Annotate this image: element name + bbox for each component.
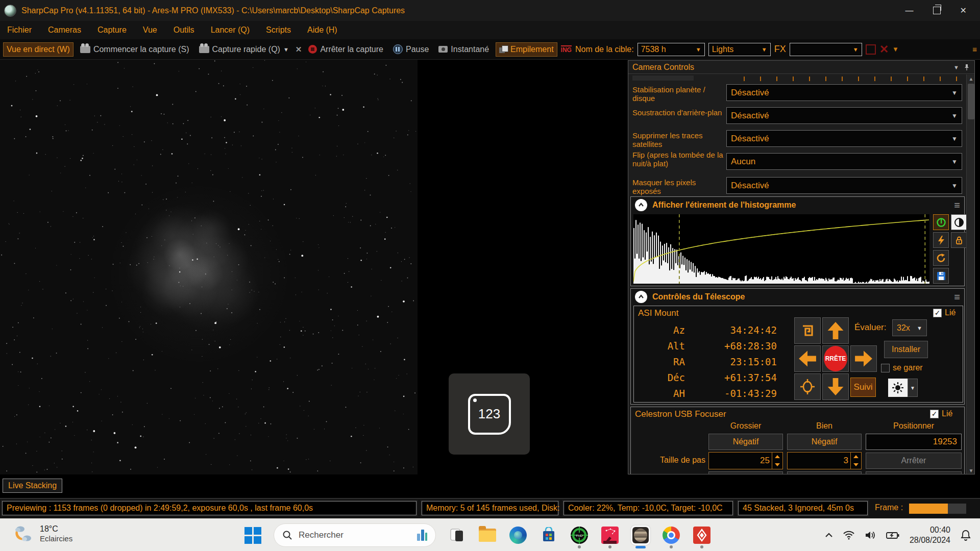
slew-right-button[interactable] xyxy=(850,345,877,372)
stacking-button[interactable]: Empilement xyxy=(496,42,557,57)
park-checkbox[interactable]: se garer xyxy=(881,363,923,372)
volume-icon[interactable] xyxy=(865,531,876,540)
panel-scrollbar[interactable]: ▲ ▼ xyxy=(966,74,975,474)
clock-time: 00:40 xyxy=(910,525,950,535)
fx-select[interactable]: ▼ xyxy=(790,43,862,56)
ctl-select-stabilisation[interactable]: Désactivé▼ xyxy=(726,84,962,101)
menu-icon[interactable]: ≡ xyxy=(954,293,960,300)
task-view-button[interactable] xyxy=(447,525,467,545)
stop-capture-button[interactable]: Arrêter la capture xyxy=(305,43,386,56)
restore-button[interactable] xyxy=(933,7,941,14)
pause-button[interactable]: Pause xyxy=(390,42,432,56)
menu-vue[interactable]: Vue xyxy=(143,26,157,35)
asistudio-button[interactable] xyxy=(692,525,712,545)
fine-negative-button[interactable]: Négatif xyxy=(787,434,862,450)
start-button[interactable] xyxy=(243,525,262,545)
quick-capture-button[interactable]: Capture rapide (Q) ▼ xyxy=(196,43,292,56)
park-label: se garer xyxy=(893,363,923,372)
coarse-positive-button[interactable]: Positif xyxy=(708,471,783,474)
histogram-enable-button[interactable] xyxy=(933,214,949,230)
selection-area-icon[interactable] xyxy=(866,44,876,55)
start-capture-button[interactable]: Commencer la capture (S) xyxy=(77,43,192,56)
pin-icon[interactable] xyxy=(963,64,970,71)
live-stacking-tab[interactable]: Live Stacking xyxy=(3,479,62,493)
wifi-icon[interactable] xyxy=(843,531,854,540)
ctl-select-satellites[interactable]: Désactivé▼ xyxy=(726,130,962,147)
histogram-auto-stretch-button[interactable] xyxy=(933,232,949,248)
edge-button[interactable] xyxy=(508,525,528,545)
panel-header[interactable]: Camera Controls ▼ xyxy=(628,61,974,74)
notification-bell-icon[interactable] xyxy=(961,530,971,541)
chrome-button[interactable] xyxy=(662,525,681,545)
ctl-select-pixels[interactable]: Désactivé▼ xyxy=(726,177,962,194)
collapse-icon[interactable] xyxy=(635,199,647,211)
scroll-thumb[interactable] xyxy=(968,84,974,119)
tray-expand-icon[interactable] xyxy=(825,532,833,538)
ctl-select-flip[interactable]: Aucun▼ xyxy=(726,153,962,170)
menu-cameras[interactable]: Cameras xyxy=(48,26,81,35)
minimize-button[interactable]: — xyxy=(905,7,914,15)
weather-widget[interactable]: 18°C Eclaircies xyxy=(13,523,72,544)
store-button[interactable] xyxy=(539,525,558,545)
clear-selection-icon[interactable]: ✕ xyxy=(879,45,889,54)
stop-capture-label: Arrêter la capture xyxy=(320,45,383,54)
chevron-down-icon[interactable]: ▼ xyxy=(953,64,959,70)
numpad-overlay[interactable]: 123 xyxy=(449,373,530,455)
battery-icon[interactable] xyxy=(886,531,899,539)
mount-linked[interactable]: ✓ Lié xyxy=(933,308,955,317)
scroll-up-icon[interactable]: ▲ xyxy=(967,74,975,83)
focuser-install-button[interactable]: Installer xyxy=(866,471,962,474)
phd2-button[interactable]: PHD xyxy=(570,525,589,545)
menu-outils[interactable]: Outils xyxy=(174,26,194,35)
histogram-invert-button[interactable] xyxy=(951,214,967,230)
coarse-negative-button[interactable]: Négatif xyxy=(708,434,783,450)
menu-scripts[interactable]: Scripts xyxy=(266,26,291,35)
camcorder-icon xyxy=(80,46,90,53)
close-button[interactable]: ✕ xyxy=(960,7,967,15)
menu-fichier[interactable]: Fichier xyxy=(7,26,32,35)
value: Désactivé xyxy=(731,88,769,98)
file-explorer-button[interactable] xyxy=(478,525,497,545)
ctl-select-soustraction[interactable]: Désactivé▼ xyxy=(726,107,962,124)
chevron-down-icon[interactable]: ▼ xyxy=(892,45,899,53)
fine-step-spinner[interactable]: 3 xyxy=(787,452,862,469)
frame-type-select[interactable]: Lights ▼ xyxy=(708,43,771,56)
slew-left-button[interactable] xyxy=(794,345,821,372)
slew-up-button[interactable] xyxy=(822,317,849,344)
menu-lancer[interactable]: Lancer (Q) xyxy=(211,26,250,35)
fine-positive-button[interactable]: Positif xyxy=(787,471,862,474)
tracking-button[interactable]: Suivi xyxy=(850,378,876,397)
focuser-stop-button[interactable]: Arrêter xyxy=(866,453,962,469)
planetarium-button[interactable] xyxy=(600,525,620,545)
edge-icon xyxy=(509,527,527,544)
live-view-button[interactable]: Vue en direct (W) xyxy=(3,42,74,57)
unpark-button[interactable] xyxy=(794,317,821,344)
position-input[interactable]: 19253 xyxy=(866,434,962,450)
snapshot-button[interactable]: Instantané xyxy=(435,43,492,56)
chevron-down-icon: ▼ xyxy=(853,46,859,53)
coarse-step-spinner[interactable]: 25 xyxy=(708,452,783,469)
target-name-select[interactable]: 7538 h ▼ xyxy=(638,43,705,56)
histogram-save-button[interactable] xyxy=(933,268,949,284)
abort-icon[interactable]: ✕ xyxy=(296,45,302,54)
histogram-lock-button[interactable] xyxy=(951,232,967,248)
histogram-plot[interactable] xyxy=(633,214,929,284)
histogram-reset-button[interactable] xyxy=(933,250,949,266)
menu-icon[interactable]: ≡ xyxy=(954,202,960,209)
mount-install-button[interactable]: Installer xyxy=(884,341,928,358)
sharpcap-button[interactable] xyxy=(631,525,650,545)
goto-button[interactable] xyxy=(794,373,821,400)
camera-preview-image[interactable] xyxy=(0,60,418,474)
clock-widget[interactable]: 00:40 28/08/2024 xyxy=(910,525,950,545)
scroll-down-icon[interactable]: ▼ xyxy=(967,466,975,474)
tracking-rate-split-button[interactable]: ▼ xyxy=(888,379,918,397)
menu-capture[interactable]: Capture xyxy=(97,26,127,35)
focuser-linked[interactable]: ✓ Lié xyxy=(930,409,952,418)
menu-aide[interactable]: Aide (H) xyxy=(307,26,337,35)
slew-down-button[interactable] xyxy=(822,373,849,400)
search-box[interactable]: Rechercher xyxy=(274,523,436,547)
rate-select[interactable]: 32x ▼ xyxy=(892,319,927,336)
toolbar-overflow-icon[interactable]: ≡ xyxy=(972,45,977,54)
stop-slew-button[interactable]: RRÊTE xyxy=(822,345,849,372)
collapse-icon[interactable] xyxy=(635,291,647,303)
